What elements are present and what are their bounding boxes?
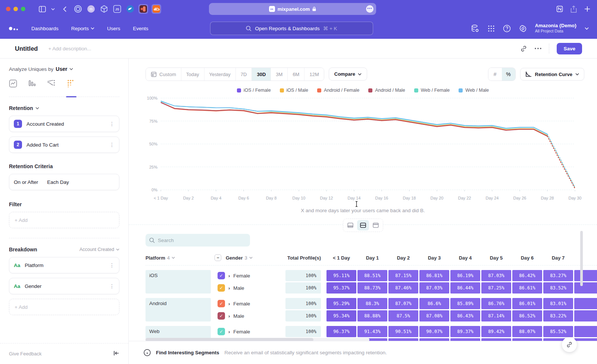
retention-value-cell[interactable]: 86.76% bbox=[481, 298, 511, 309]
retention-value-cell[interactable]: 83.01% bbox=[543, 298, 573, 309]
retention-value-cell[interactable]: 96.37% bbox=[326, 326, 356, 337]
legend-item[interactable]: iOS / Female bbox=[237, 88, 271, 93]
table-row[interactable]: ✓›Female100%96.37%91.43%90.51%90.07%89.3… bbox=[215, 326, 597, 337]
table-row[interactable]: ✓›Female100%95.29%88.3%87.07%86.6%85.89%… bbox=[215, 298, 597, 309]
nav-item-users[interactable]: Users bbox=[107, 26, 120, 31]
kebab-menu-icon[interactable]: ⋮ bbox=[109, 262, 115, 268]
url-extensions-button[interactable]: ••• bbox=[366, 5, 373, 13]
add-filter-button[interactable]: + Add bbox=[9, 212, 119, 228]
breakdown-platform[interactable]: Aa Platform ⋮ bbox=[9, 257, 119, 273]
range-custom[interactable]: Custom bbox=[146, 68, 181, 81]
retention-step-2[interactable]: 2 Added To Cart ⋮ bbox=[9, 136, 119, 153]
row-expand-icon[interactable]: › bbox=[228, 329, 230, 335]
retention-value-cell[interactable]: 95.37% bbox=[326, 282, 356, 294]
retention-value-cell[interactable]: 90.51% bbox=[388, 326, 418, 337]
retention-value-cell[interactable]: 86.44% bbox=[450, 282, 480, 294]
layout-split-button[interactable] bbox=[357, 220, 369, 230]
legend-item[interactable]: Web / Male bbox=[459, 88, 489, 93]
range-30d[interactable]: 30D bbox=[252, 68, 271, 81]
retention-value-cell[interactable]: 86.42% bbox=[512, 270, 542, 281]
kebab-menu-icon[interactable]: ⋮ bbox=[109, 121, 115, 127]
nav-item-dashboards[interactable]: Dashboards bbox=[31, 26, 59, 31]
row-expand-icon[interactable]: › bbox=[228, 301, 230, 307]
unit-percent-button[interactable]: % bbox=[502, 68, 515, 81]
range-today[interactable]: Today bbox=[181, 68, 204, 81]
platform-cell[interactable]: iOS bbox=[146, 270, 211, 294]
column-header-gender[interactable]: − Gender 3 bbox=[215, 254, 284, 261]
kebab-menu-icon[interactable]: ⋮ bbox=[109, 142, 115, 148]
retention-value-cell[interactable]: 87.15% bbox=[388, 270, 418, 281]
avatar-m-icon[interactable]: m bbox=[86, 4, 96, 14]
retention-line-chart[interactable]: 0%25%50%75%100%< 1 DayDay 2Day 4Day 6Day… bbox=[142, 94, 584, 203]
row-checkbox[interactable]: ✓ bbox=[218, 300, 225, 307]
retention-value-cell[interactable]: 87.03% bbox=[419, 282, 449, 294]
retention-value-cell[interactable]: 86.61% bbox=[512, 282, 542, 294]
range-12m[interactable]: 12M bbox=[304, 68, 323, 81]
layout-table-only-button[interactable] bbox=[370, 220, 382, 230]
retention-value-cell[interactable]: 86.43% bbox=[450, 310, 480, 321]
column-header-day[interactable]: Day 3 bbox=[419, 255, 449, 261]
retention-value-cell[interactable]: 83.27% bbox=[543, 270, 573, 281]
nav-item-events[interactable]: Events bbox=[133, 26, 148, 31]
retention-value-cell[interactable]: 95.29% bbox=[326, 298, 356, 309]
row-checkbox[interactable]: ✓ bbox=[218, 272, 225, 279]
platform-cell[interactable]: Android bbox=[146, 298, 211, 321]
retention-value-cell[interactable]: 87.03% bbox=[481, 270, 511, 281]
chevron-down-icon[interactable] bbox=[51, 8, 55, 10]
copy-link-icon[interactable] bbox=[520, 45, 527, 52]
range-6m[interactable]: 6M bbox=[288, 68, 304, 81]
notion-icon[interactable] bbox=[556, 6, 563, 12]
retention-value-cell[interactable]: 87.5% bbox=[388, 310, 418, 321]
column-header-day[interactable]: Day 2 bbox=[388, 255, 418, 261]
tab-funnels[interactable] bbox=[28, 79, 36, 92]
retention-value-cell[interactable]: 88.07% bbox=[512, 326, 542, 337]
retention-value-cell[interactable]: 90.07% bbox=[419, 326, 449, 337]
new-tab-icon[interactable] bbox=[584, 6, 590, 12]
range-7d[interactable]: 7D bbox=[236, 68, 252, 81]
help-icon[interactable] bbox=[503, 25, 511, 32]
add-breakdown-button[interactable]: + Add bbox=[9, 299, 119, 315]
nav-item-reports[interactable]: Reports bbox=[71, 26, 94, 31]
back-icon[interactable] bbox=[63, 6, 66, 12]
retention-value-cell[interactable]: 88.73% bbox=[357, 282, 387, 294]
retention-value-cell[interactable]: 87.14% bbox=[481, 310, 511, 321]
retention-value-cell[interactable]: 95.11% bbox=[326, 270, 356, 281]
retention-section-label[interactable]: Retention bbox=[9, 105, 33, 111]
analyze-value-dropdown[interactable]: User bbox=[56, 66, 67, 72]
retention-value-cell[interactable]: 87.46% bbox=[388, 282, 418, 294]
retention-value-cell[interactable] bbox=[574, 298, 597, 309]
retention-value-cell[interactable]: 86.01% bbox=[512, 298, 542, 309]
layout-chart-only-button[interactable] bbox=[344, 220, 356, 230]
tab-retention[interactable] bbox=[67, 79, 75, 92]
range-yesterday[interactable]: Yesterday bbox=[204, 68, 236, 81]
retention-value-cell[interactable]: 83.22% bbox=[543, 310, 573, 321]
settings-gear-icon[interactable] bbox=[519, 25, 527, 32]
retention-value-cell[interactable]: 88.88% bbox=[357, 310, 387, 321]
window-minimize-button[interactable] bbox=[13, 7, 18, 11]
row-expand-icon[interactable]: › bbox=[228, 285, 230, 291]
select-all-checkbox[interactable]: − bbox=[215, 254, 221, 261]
cube-icon[interactable] bbox=[99, 4, 109, 14]
range-3m[interactable]: 3M bbox=[271, 68, 288, 81]
legend-item[interactable]: Android / Female bbox=[317, 88, 359, 93]
column-header-total[interactable]: Total Profile(s) bbox=[285, 255, 321, 261]
tab-insights[interactable] bbox=[9, 79, 17, 92]
retention-value-cell[interactable]: 88.3% bbox=[357, 298, 387, 309]
retention-value-cell[interactable]: 86.52% bbox=[512, 310, 542, 321]
retention-value-cell[interactable]: 87.08% bbox=[419, 310, 449, 321]
retention-value-cell[interactable] bbox=[574, 282, 597, 294]
js-extension-icon[interactable]: JS bbox=[112, 4, 122, 14]
tab-flows[interactable] bbox=[47, 79, 56, 92]
retention-value-cell[interactable]: 86.81% bbox=[419, 270, 449, 281]
retention-value-cell[interactable] bbox=[574, 310, 597, 321]
table-row[interactable]: ✓›Female100%95.11%88.51%87.15%86.81%86.1… bbox=[215, 270, 597, 281]
report-title[interactable]: Untitled bbox=[15, 45, 38, 52]
global-search-button[interactable]: Open Reports & Dashboards ⌘ + K bbox=[210, 22, 373, 35]
apps-grid-icon[interactable] bbox=[488, 25, 495, 32]
retention-value-cell[interactable]: 85.89% bbox=[450, 298, 480, 309]
column-header-day[interactable]: < 1 Day bbox=[326, 255, 356, 261]
column-header-day[interactable]: Day 6 bbox=[512, 255, 542, 261]
window-close-button[interactable] bbox=[6, 7, 10, 11]
column-header-day[interactable]: Day 7 bbox=[543, 255, 573, 261]
data-management-icon[interactable] bbox=[471, 24, 479, 33]
